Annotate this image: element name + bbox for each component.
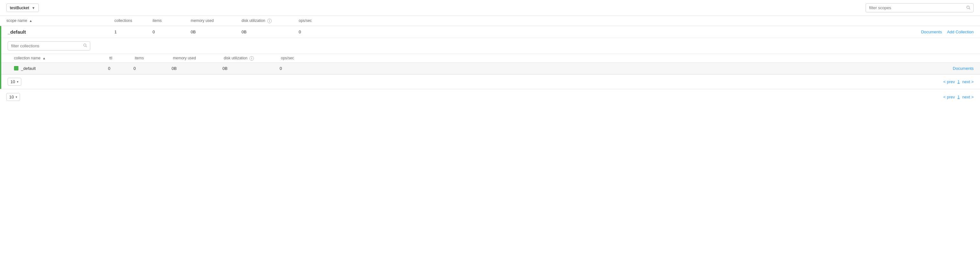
scope-items-count: 0 <box>153 30 191 34</box>
scope-name: _default <box>8 29 115 35</box>
scope-data-row: _default 1 0 0B 0B 0 Documents Add Colle… <box>1 26 980 38</box>
bucket-selector[interactable]: testBucket ▼ <box>6 3 39 12</box>
scope-table-header: scope name ▲ collections items memory us… <box>0 16 980 26</box>
outer-pagination: 10 ▾ < prev 1 next > <box>0 89 980 105</box>
header-items: items <box>153 18 191 23</box>
header-memory-used: memory used <box>191 18 242 23</box>
collection-items: 0 <box>134 66 172 71</box>
bucket-chevron: ▼ <box>32 6 35 10</box>
header-coll-disk: disk utilization i <box>224 56 281 61</box>
outer-pagination-controls: < prev 1 next > <box>943 95 974 100</box>
collection-ttl: 0 <box>108 66 134 71</box>
scope-disk-utilization: 0B <box>242 30 299 34</box>
inner-pagination: 10 ▾ < prev 1 next > <box>1 74 980 89</box>
inner-page-size-selector[interactable]: 10 ▾ <box>8 78 21 86</box>
outer-prev-link[interactable]: < prev <box>943 95 955 100</box>
collection-documents-link[interactable]: Documents <box>953 66 974 71</box>
add-collection-button[interactable]: Add Collection <box>947 30 974 34</box>
filter-scopes-input[interactable] <box>865 3 974 13</box>
outer-next-link[interactable]: next > <box>962 95 974 100</box>
collection-name: _default <box>14 66 108 71</box>
header-coll-name: collection name ▲ <box>14 56 109 60</box>
inner-next-link[interactable]: next > <box>962 79 974 84</box>
documents-link[interactable]: Documents <box>921 30 942 34</box>
outer-page-size-chevron: ▾ <box>16 95 17 99</box>
outer-current-page[interactable]: 1 <box>958 95 960 100</box>
collection-disk: 0B <box>223 66 280 71</box>
svg-point-2 <box>84 44 86 46</box>
filter-scopes-icon <box>966 5 970 11</box>
collection-ops: 0 <box>280 66 953 71</box>
filter-collections-wrapper <box>8 41 90 51</box>
svg-line-3 <box>86 46 87 47</box>
collection-icon <box>14 66 18 71</box>
filter-scopes-wrapper <box>865 3 974 13</box>
filter-collections-row <box>1 38 980 54</box>
collection-row: _default 0 0 0B 0B 0 Documents <box>1 63 980 74</box>
inner-current-page[interactable]: 1 <box>958 79 960 84</box>
header-scope-name: scope name ▲ <box>6 18 115 23</box>
header-collections: collections <box>115 18 153 23</box>
bucket-name: testBucket <box>10 5 29 10</box>
collection-table-header: collection name ▲ ttl items memory used … <box>1 54 980 63</box>
filter-collections-input[interactable] <box>8 41 90 51</box>
svg-line-1 <box>969 8 970 9</box>
inner-prev-link[interactable]: < prev <box>943 79 955 84</box>
svg-point-0 <box>967 6 969 8</box>
scope-ops-per-sec: 0 <box>299 30 921 34</box>
header-coll-memory: memory used <box>173 56 224 60</box>
header-ops-per-sec: ops/sec <box>299 18 974 23</box>
disk-util-info-icon[interactable]: i <box>267 19 272 23</box>
coll-disk-info-icon[interactable]: i <box>250 56 254 61</box>
filter-collections-icon <box>83 43 87 48</box>
collection-memory: 0B <box>172 66 223 71</box>
header-coll-ops: ops/sec <box>281 56 974 60</box>
header-coll-ttl: ttl <box>109 56 135 60</box>
inner-pagination-controls: < prev 1 next > <box>943 79 974 84</box>
scope-actions: Documents Add Collection <box>921 30 974 34</box>
header-disk-utilization: disk utilization i <box>242 18 299 23</box>
scope-row-default: _default 1 0 0B 0B 0 Documents Add Colle… <box>0 26 980 89</box>
header-coll-items: items <box>135 56 173 60</box>
top-bar: testBucket ▼ <box>0 0 980 16</box>
inner-page-size-chevron: ▾ <box>17 80 18 84</box>
inner-page-size-value: 10 <box>11 79 15 84</box>
outer-page-size-value: 10 <box>9 95 14 100</box>
scope-memory-used: 0B <box>191 30 242 34</box>
collection-actions: Documents <box>953 66 974 71</box>
scope-collections-count: 1 <box>115 30 153 34</box>
outer-page-size-selector[interactable]: 10 ▾ <box>6 93 20 101</box>
